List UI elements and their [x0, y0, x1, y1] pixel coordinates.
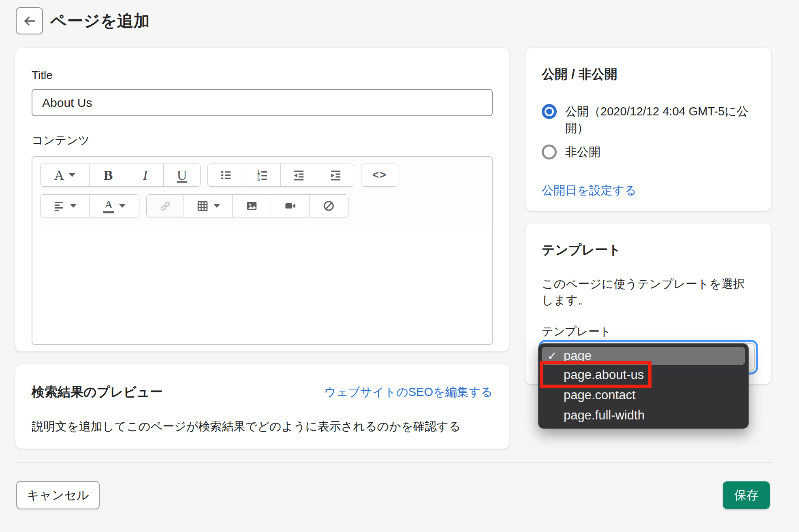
formatting-label: A: [54, 168, 64, 183]
rich-text-editor: A B I U: [32, 156, 493, 345]
radio-option-hidden-label: 非公開: [565, 144, 600, 160]
underline-button[interactable]: U: [164, 164, 200, 186]
back-arrow-icon: [23, 14, 36, 28]
text-color-icon: A: [103, 199, 114, 213]
indent-button[interactable]: [317, 164, 354, 186]
chevron-down-icon: [214, 204, 220, 208]
visibility-radio-group: 公開（2020/12/12 4:04 GMT-5に公開） 非公開: [542, 103, 755, 160]
align-left-icon: [53, 200, 65, 212]
edit-website-seo-link[interactable]: ウェブサイトのSEOを編集する: [324, 384, 493, 400]
footer-actions: キャンセル 保存: [16, 481, 770, 509]
alignment-button[interactable]: [41, 195, 90, 217]
insert-group: [146, 194, 348, 217]
save-button[interactable]: 保存: [723, 481, 770, 509]
checkmark-icon: ✓: [547, 349, 557, 363]
cancel-button[interactable]: キャンセル: [16, 481, 100, 509]
page-header: ページを追加: [0, 0, 799, 34]
visibility-heading: 公開 / 非公開: [542, 66, 755, 82]
dropdown-option-page-full-width[interactable]: page.full-width: [542, 405, 745, 426]
rte-toolbar: A B I U: [32, 157, 492, 225]
insert-table-button[interactable]: [184, 195, 233, 217]
image-icon: [246, 200, 258, 212]
seo-description: 説明文を追加してこのページが検索結果でどのように表示されるのかを確認する: [32, 418, 493, 435]
title-label: Title: [32, 69, 493, 82]
outdent-button[interactable]: [281, 164, 317, 186]
chevron-down-icon: [69, 173, 75, 177]
bulleted-list-icon: [220, 169, 232, 181]
toolbar-row-1: A B I U: [40, 164, 484, 187]
dropdown-option-label: page.about-us: [564, 368, 644, 382]
insert-video-button[interactable]: [271, 195, 310, 217]
indent-icon: [329, 169, 342, 181]
insert-link-button-disabled: [147, 195, 184, 217]
title-input[interactable]: [32, 89, 493, 116]
list-indent-group: 123: [207, 164, 354, 187]
show-html-button[interactable]: <>: [361, 164, 398, 186]
template-description: このページに使うテンプレートを選択します。: [542, 276, 755, 308]
radio-option-visible-label: 公開（2020/12/12 4:04 GMT-5に公開）: [565, 103, 755, 136]
page-title: ページを追加: [50, 10, 150, 32]
template-select-label: テンプレート: [542, 324, 755, 339]
formatting-button[interactable]: A: [41, 164, 90, 186]
radio-option-visible[interactable]: 公開（2020/12/12 4:04 GMT-5に公開）: [542, 103, 755, 136]
visibility-card: 公開 / 非公開 公開（2020/12/12 4:04 GMT-5に公開） 非公…: [526, 48, 771, 211]
video-icon: [284, 200, 297, 212]
content-label: コンテンツ: [32, 133, 493, 148]
bold-button[interactable]: B: [90, 164, 127, 186]
editor-card: Title コンテンツ A B: [15, 48, 509, 351]
clear-formatting-button[interactable]: [310, 195, 348, 217]
code-group: <>: [361, 164, 398, 187]
text-style-group: A B I U: [40, 164, 201, 187]
template-heading: テンプレート: [542, 242, 755, 258]
chevron-down-icon: [119, 204, 126, 208]
dropdown-option-label: page.contact: [564, 388, 636, 402]
seo-preview-card: 検索結果のプレビュー ウェブサイトのSEOを編集する 説明文を追加してこのページ…: [15, 364, 509, 449]
seo-heading: 検索結果のプレビュー: [32, 384, 163, 400]
dropdown-option-label: page.full-width: [564, 408, 645, 423]
dropdown-option-page-about-us[interactable]: page.about-us: [542, 365, 745, 385]
dropdown-option-label: page: [564, 349, 592, 363]
set-publish-date-link[interactable]: 公開日を設定する: [542, 182, 637, 198]
svg-text:3: 3: [257, 177, 260, 181]
align-color-group: A: [40, 194, 139, 217]
bold-icon: B: [104, 168, 113, 183]
footer-divider: [16, 462, 772, 463]
toolbar-row-2: A: [40, 194, 484, 217]
table-icon: [197, 200, 209, 212]
editor-content-area[interactable]: [32, 225, 492, 345]
underline-icon: U: [177, 168, 187, 183]
outdent-icon: [293, 169, 305, 181]
back-button[interactable]: [16, 7, 43, 34]
chevron-down-icon: [70, 204, 77, 208]
bulleted-list-button[interactable]: [208, 164, 244, 186]
template-dropdown-menu: ✓ page page.about-us page.contact page.f…: [538, 343, 749, 429]
dropdown-option-page[interactable]: ✓ page: [542, 347, 745, 365]
text-color-button[interactable]: A: [90, 195, 139, 217]
numbered-list-icon: 123: [256, 169, 269, 181]
dropdown-option-page-contact[interactable]: page.contact: [542, 385, 745, 405]
italic-icon: I: [143, 168, 147, 183]
radio-unselected-icon: [542, 145, 557, 160]
code-icon: <>: [372, 169, 387, 181]
italic-button[interactable]: I: [127, 164, 164, 186]
add-page-screen: { "header": { "title": "ページを追加" }, "edit…: [0, 0, 799, 532]
left-column: Title コンテンツ A B: [15, 48, 509, 449]
clear-formatting-icon: [323, 200, 335, 212]
link-icon: [159, 200, 172, 213]
numbered-list-button[interactable]: 123: [244, 164, 281, 186]
insert-image-button[interactable]: [233, 195, 271, 217]
radio-option-hidden[interactable]: 非公開: [542, 144, 755, 160]
radio-selected-icon: [542, 104, 557, 119]
